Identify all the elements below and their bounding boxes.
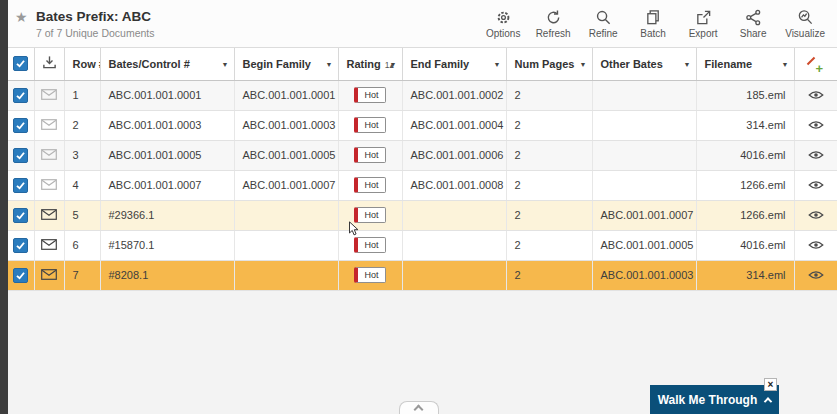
- filter-caret-icon[interactable]: ▼: [326, 60, 333, 67]
- refresh-icon: [545, 9, 562, 26]
- column-header-filename[interactable]: Filename▼: [696, 48, 794, 80]
- bates-cell: ABC.001.001.0001: [100, 80, 234, 110]
- export-button[interactable]: Export: [685, 9, 721, 39]
- envelope-icon[interactable]: [41, 240, 57, 252]
- row-checkbox[interactable]: [13, 148, 28, 163]
- begin-family-cell: [234, 260, 338, 290]
- begin-family-cell: ABC.001.001.0001: [234, 80, 338, 110]
- column-header-other-bates[interactable]: Other Bates▼: [592, 48, 696, 80]
- other-bates-cell: [592, 140, 696, 170]
- rating-badge[interactable]: Hot: [354, 147, 386, 163]
- rating-badge[interactable]: Hot: [354, 267, 386, 283]
- download-icon[interactable]: [42, 60, 57, 72]
- filter-caret-icon[interactable]: ▼: [494, 60, 501, 67]
- filename-cell: 185.eml: [696, 80, 794, 110]
- export-icon: [695, 9, 712, 26]
- left-edge-strip: [0, 0, 8, 414]
- other-bates-cell: [592, 170, 696, 200]
- filter-caret-icon[interactable]: ▼: [580, 60, 587, 67]
- filename-cell: 314.eml: [696, 260, 794, 290]
- batch-button[interactable]: Batch: [635, 9, 671, 39]
- view-document-icon[interactable]: [808, 120, 824, 132]
- row-number-cell: 6: [64, 230, 100, 260]
- rating-badge[interactable]: Hot: [354, 177, 386, 193]
- filter-caret-icon[interactable]: ▼: [222, 60, 229, 67]
- num-pages-cell: 2: [506, 140, 592, 170]
- table-row[interactable]: 4 ABC.001.001.0007 ABC.001.001.0007 Hot …: [8, 170, 837, 200]
- toolbar: Options Refresh Refine Batch: [485, 9, 837, 39]
- envelope-icon[interactable]: [41, 180, 57, 192]
- row-checkbox[interactable]: [13, 118, 28, 133]
- view-document-icon[interactable]: [808, 210, 824, 222]
- end-family-cell: [402, 260, 506, 290]
- star-icon[interactable]: ★: [15, 9, 28, 25]
- close-icon[interactable]: ×: [764, 378, 777, 391]
- bates-cell: ABC.001.001.0003: [100, 110, 234, 140]
- row-number-cell: 7: [64, 260, 100, 290]
- chevron-up-icon: [764, 397, 772, 405]
- envelope-icon[interactable]: [41, 270, 57, 282]
- table-row[interactable]: 6 #15870.1 Hot 2 ABC.001.001.0005 4016.e…: [8, 230, 837, 260]
- row-checkbox[interactable]: [13, 208, 28, 223]
- view-document-icon[interactable]: [808, 150, 824, 162]
- column-header-rating[interactable]: Rating1▴▼: [338, 48, 402, 80]
- table-header-row: Row # Bates/Control #▼ Begin Family▼ Rat…: [8, 48, 837, 80]
- column-header-num-pages[interactable]: Num Pages▼: [506, 48, 592, 80]
- table-row[interactable]: 5 #29366.1 Hot 2 ABC.001.001.0007 1266.e…: [8, 200, 837, 230]
- filter-caret-icon[interactable]: ▼: [390, 60, 397, 67]
- row-number-cell: 1: [64, 80, 100, 110]
- mouse-cursor-icon: [348, 221, 359, 241]
- column-header-begin-family[interactable]: Begin Family▼: [234, 48, 338, 80]
- row-number-cell: 2: [64, 110, 100, 140]
- envelope-icon[interactable]: [41, 210, 57, 222]
- chevron-up-icon: [414, 405, 424, 414]
- begin-family-cell: [234, 230, 338, 260]
- refresh-button[interactable]: Refresh: [535, 9, 571, 39]
- table-row[interactable]: 2 ABC.001.001.0003 ABC.001.001.0003 Hot …: [8, 110, 837, 140]
- column-header-end-family[interactable]: End Family▼: [402, 48, 506, 80]
- other-bates-cell: ABC.001.001.0007: [592, 200, 696, 230]
- filter-caret-icon[interactable]: ▼: [684, 60, 691, 67]
- row-checkbox[interactable]: [13, 88, 28, 103]
- table-row[interactable]: 3 ABC.001.001.0005 ABC.001.001.0005 Hot …: [8, 140, 837, 170]
- end-family-cell: ABC.001.001.0004: [402, 110, 506, 140]
- rating-badge[interactable]: Hot: [354, 117, 386, 133]
- view-document-icon[interactable]: [808, 90, 824, 102]
- row-checkbox[interactable]: [13, 178, 28, 193]
- select-all-checkbox[interactable]: [13, 56, 28, 71]
- top-bar: ★ Bates Prefix: ABC 7 of 7 Unique Docume…: [8, 0, 837, 48]
- other-bates-cell: ABC.001.001.0005: [592, 230, 696, 260]
- gear-icon: [495, 9, 512, 26]
- visualize-button[interactable]: Visualize: [785, 9, 825, 39]
- visualize-icon: [797, 9, 814, 26]
- bates-cell: #29366.1: [100, 200, 234, 230]
- filename-cell: 314.eml: [696, 110, 794, 140]
- column-header-bates[interactable]: Bates/Control #▼: [100, 48, 234, 80]
- rating-badge[interactable]: Hot: [354, 87, 386, 103]
- page-subtitle: 7 of 7 Unique Documents: [36, 27, 154, 39]
- view-document-icon[interactable]: [808, 240, 824, 252]
- envelope-icon[interactable]: [41, 90, 57, 102]
- table-row[interactable]: 7 #8208.1 Hot 2 ABC.001.001.0003 314.eml: [8, 260, 837, 290]
- row-checkbox[interactable]: [13, 238, 28, 253]
- end-family-cell: [402, 200, 506, 230]
- row-checkbox[interactable]: [13, 268, 28, 283]
- options-button[interactable]: Options: [485, 9, 521, 39]
- page-title: Bates Prefix: ABC: [36, 9, 154, 24]
- expand-panel-tab[interactable]: [399, 401, 439, 414]
- view-document-icon[interactable]: [808, 180, 824, 192]
- walk-me-through-button[interactable]: Walk Me Through ×: [650, 385, 779, 414]
- share-icon: [745, 9, 762, 26]
- refine-button[interactable]: Refine: [585, 9, 621, 39]
- documents-grid: Row # Bates/Control #▼ Begin Family▼ Rat…: [8, 48, 837, 291]
- other-bates-cell: [592, 110, 696, 140]
- table-row[interactable]: 1 ABC.001.001.0001 ABC.001.001.0001 Hot …: [8, 80, 837, 110]
- share-button[interactable]: Share: [735, 9, 771, 39]
- envelope-icon[interactable]: [41, 150, 57, 162]
- filter-caret-icon[interactable]: ▼: [782, 60, 789, 67]
- bates-cell: ABC.001.001.0007: [100, 170, 234, 200]
- title-block: ★ Bates Prefix: ABC 7 of 7 Unique Docume…: [8, 9, 154, 39]
- batch-icon: [645, 9, 662, 26]
- envelope-icon[interactable]: [41, 120, 57, 132]
- view-document-icon[interactable]: [808, 270, 824, 282]
